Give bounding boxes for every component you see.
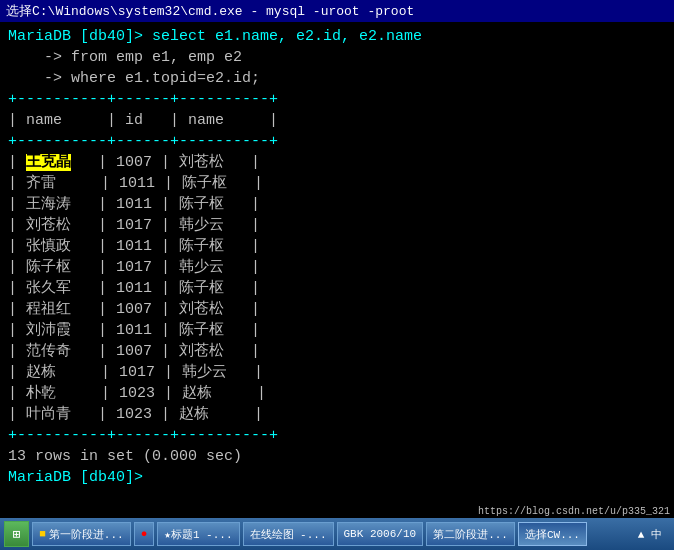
table-row-8: | 程祖红 | 1007 | 刘苍松 |	[8, 301, 260, 318]
title-bar: 选择C:\Windows\system32\cmd.exe - mysql -u…	[0, 0, 674, 22]
taskbar-btn-6[interactable]: 第二阶段进...	[426, 522, 515, 546]
table-row-1: | 王克晶 | 1007 | 刘苍松 |	[8, 154, 260, 171]
taskbar-btn-1[interactable]: ■ 第一阶段进...	[32, 522, 130, 546]
start-button[interactable]: ⊞	[4, 521, 29, 547]
title-text: 选择C:\Windows\system32\cmd.exe - mysql -u…	[6, 2, 414, 20]
table-row-7: | 张久军 | 1011 | 陈子枢 |	[8, 280, 260, 297]
taskbar: ⊞ ■ 第一阶段进... ● ★标题1 -... 在线绘图 -... GBK 2…	[0, 518, 674, 550]
taskbar-btn-4[interactable]: 在线绘图 -...	[243, 522, 334, 546]
table-row-2: | 齐雷 | 1011 | 陈子枢 |	[8, 175, 263, 192]
table-row-6: | 陈子枢 | 1017 | 韩少云 |	[8, 259, 260, 276]
terminal: MariaDB [db40]> select e1.name, e2.id, e…	[0, 22, 674, 518]
taskbar-btn-7[interactable]: 选择CW...	[518, 522, 587, 546]
table-row-10: | 范传奇 | 1007 | 刘苍松 |	[8, 343, 260, 360]
table-row-5: | 张慎政 | 1011 | 陈子枢 |	[8, 238, 260, 255]
table-row-4: | 刘苍松 | 1017 | 韩少云 |	[8, 217, 260, 234]
taskbar-btn-3[interactable]: ★标题1 -...	[157, 522, 239, 546]
table-row-11: | 赵栋 | 1017 | 韩少云 |	[8, 364, 263, 381]
url-bar: https://blog.csdn.net/u/p335_321	[474, 505, 674, 518]
taskbar-right: ▲ 中	[630, 525, 670, 544]
table-row-3: | 王海涛 | 1011 | 陈子枢 |	[8, 196, 260, 213]
query-line2: -> from emp e1, emp e2	[8, 49, 242, 66]
end-prompt: MariaDB [db40]>	[8, 469, 143, 486]
table-bottom-border: +----------+------+----------+	[8, 427, 278, 444]
query-line3: -> where e1.topid=e2.id;	[8, 70, 260, 87]
table-row-9: | 刘沛霞 | 1011 | 陈子枢 |	[8, 322, 260, 339]
result-text: 13 rows in set (0.000 sec)	[8, 448, 242, 465]
taskbar-btn-2[interactable]: ●	[134, 522, 155, 546]
prompt-initial: MariaDB [db40]> select e1.name, e2.id, e…	[8, 28, 422, 45]
table-row-12: | 朴乾 | 1023 | 赵栋 |	[8, 385, 266, 402]
table-top-border: +----------+------+----------+	[8, 91, 278, 108]
table-row-13: | 叶尚青 | 1023 | 赵栋 |	[8, 406, 263, 423]
taskbar-clock: ▲ 中	[630, 525, 670, 544]
table-header-border: +----------+------+----------+	[8, 133, 278, 150]
taskbar-btn-5[interactable]: GBK 2006/10	[337, 522, 424, 546]
table-header: | name | id | name |	[8, 112, 278, 129]
